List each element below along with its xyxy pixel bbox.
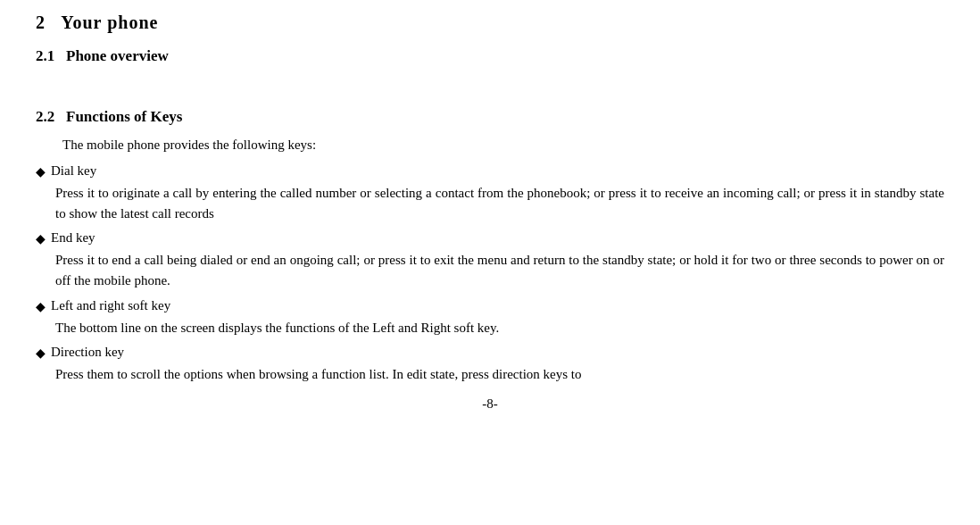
bullet-item-1: ◆End keyPress it to end a call being dia… <box>36 228 944 292</box>
page-number: -8- <box>36 394 944 414</box>
subsection-1-title: 2.1 Phone overview <box>36 45 944 68</box>
bullet-diamond-icon-3: ◆ <box>36 344 46 362</box>
subsection-2-title: 2.2 Functions of Keys <box>36 105 944 129</box>
bullet-desc-2: The bottom line on the screen displays t… <box>55 318 944 338</box>
bullet-label-3: Direction key <box>51 342 124 362</box>
bullet-label-2: Left and right soft key <box>51 296 170 316</box>
bullet-label-0: Dial key <box>51 161 96 181</box>
bullet-diamond-icon-1: ◆ <box>36 229 46 248</box>
bullet-diamond-icon-2: ◆ <box>36 297 46 316</box>
bullet-item-0: ◆Dial keyPress it to originate a call by… <box>36 161 944 225</box>
bullet-diamond-icon-0: ◆ <box>36 162 46 181</box>
bullet-desc-3: Press them to scroll the options when br… <box>55 364 944 385</box>
bullet-item-3: ◆Direction keyPress them to scroll the o… <box>36 342 944 385</box>
intro-text: The mobile phone provides the following … <box>62 135 944 155</box>
bullet-item-2: ◆Left and right soft keyThe bottom line … <box>36 296 944 338</box>
bullet-desc-0: Press it to originate a call by entering… <box>55 183 944 225</box>
bullet-desc-1: Press it to end a call being dialed or e… <box>55 250 944 292</box>
bullet-label-1: End key <box>51 228 96 248</box>
section-title: 2 Your phone <box>36 9 944 36</box>
